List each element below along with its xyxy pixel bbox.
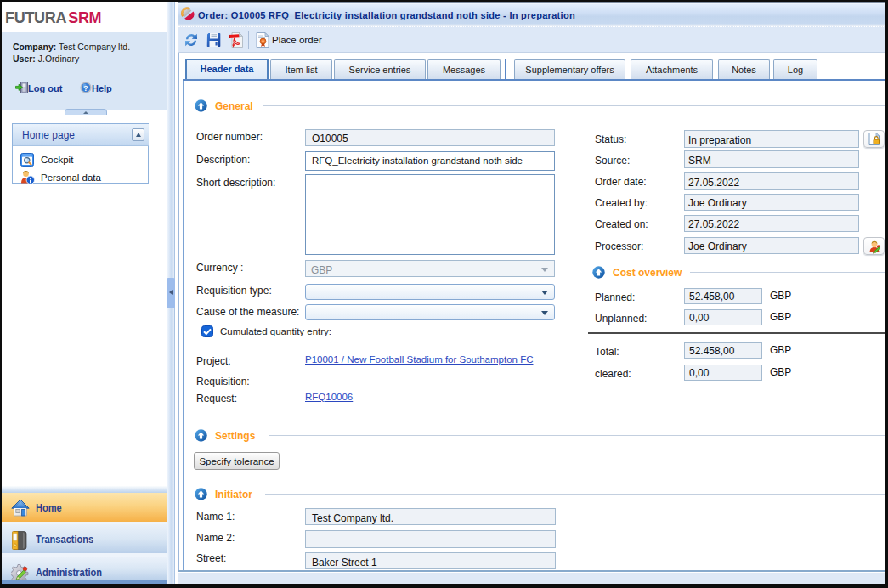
svg-text:?: ? — [83, 83, 88, 93]
